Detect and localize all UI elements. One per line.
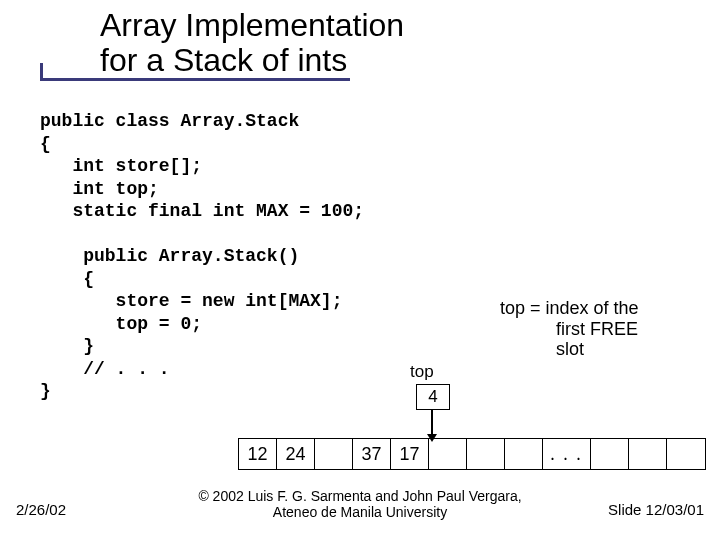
array-diagram: 12 24 37 17 . . . [238,438,706,470]
title-rule [40,78,350,81]
array-cell-ellipsis: . . . [543,439,591,469]
footer-slide-number: Slide 12/03/01 [608,501,704,518]
top-variable-box: 4 [416,384,450,410]
note-line-2: first FREE [500,319,700,340]
title-line-1: Array Implementation [100,8,404,43]
array-cell: 17 [391,439,429,469]
array-cell [429,439,467,469]
array-cell [467,439,505,469]
slide-title: Array Implementation for a Stack of ints [100,8,404,78]
array-cell [591,439,629,469]
code-listing: public class Array.Stack { int store[]; … [40,110,364,403]
title-line-2: for a Stack of ints [100,43,404,78]
array-cell: 24 [277,439,315,469]
note-line-3: slot [500,339,700,360]
title-rule-tick [40,63,43,78]
array-cell [315,439,353,469]
array-cell: 12 [239,439,277,469]
array-cell: 37 [353,439,391,469]
array-cell [505,439,543,469]
note-line-1: top = index of the [500,298,700,319]
array-cell [629,439,667,469]
top-variable-label: top [410,362,434,382]
array-cell [667,439,705,469]
annotation-note: top = index of the first FREE slot [500,298,700,360]
